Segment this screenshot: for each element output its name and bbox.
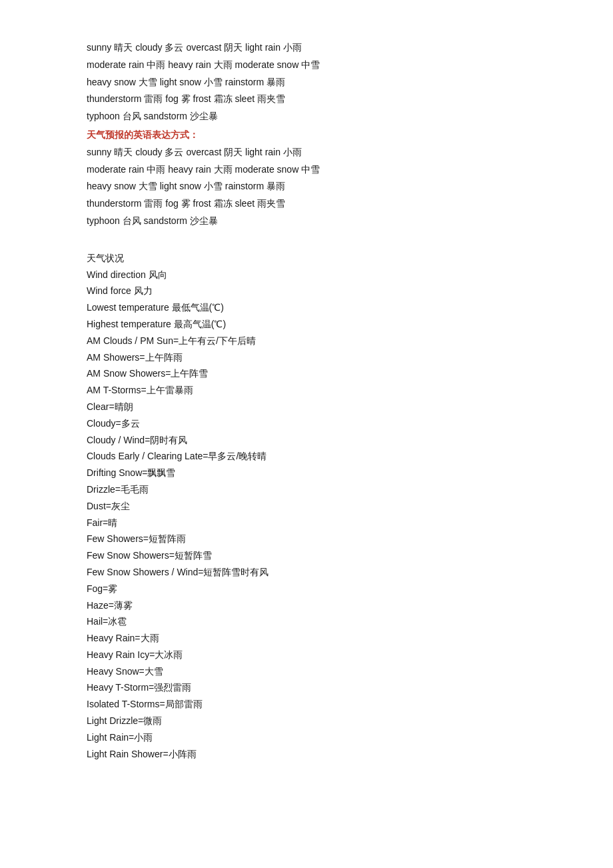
condition-item-2: Lowest temperature 最低气温(℃): [87, 300, 526, 316]
weather-conditions-block: 天气状况 Wind direction 风向 Wind force 风力 Low…: [87, 251, 526, 763]
condition-item-22: Heavy Rain=大雨: [87, 631, 526, 647]
condition-item-29: Light Rain Shower=小阵雨: [87, 747, 526, 763]
weather-row-1-1: sunny 晴天 cloudy 多云 overcast 阴天 light rai…: [87, 40, 526, 56]
condition-item-27: Light Drizzle=微雨: [87, 713, 526, 729]
weather-row-2-4: thunderstorm 雷雨 fog 雾 frost 霜冻 sleet 雨夹雪: [87, 196, 526, 212]
condition-item-25: Heavy T-Storm=强烈雷雨: [87, 680, 526, 696]
condition-item-19: Fog=雾: [87, 581, 526, 597]
condition-item-1: Wind force 风力: [87, 283, 526, 299]
weather-row-2-5: typhoon 台风 sandstorm 沙尘暴: [87, 213, 526, 229]
condition-item-11: Clouds Early / Clearing Late=早多云/晚转晴: [87, 449, 526, 465]
condition-item-24: Heavy Snow=大雪: [87, 664, 526, 680]
condition-item-8: Clear=晴朗: [87, 399, 526, 415]
condition-item-14: Dust=灰尘: [87, 499, 526, 515]
condition-item-6: AM Snow Showers=上午阵雪: [87, 366, 526, 382]
weather-row-1-4: thunderstorm 雷雨 fog 雾 frost 霜冻 sleet 雨夹雪: [87, 91, 526, 107]
condition-item-5: AM Showers=上午阵雨: [87, 350, 526, 366]
condition-item-3: Highest temperature 最高气温(℃): [87, 317, 526, 333]
condition-item-10: Cloudy / Wind=阴时有风: [87, 433, 526, 449]
condition-item-7: AM T-Storms=上午雷暴雨: [87, 383, 526, 399]
condition-item-12: Drifting Snow=飘飘雪: [87, 465, 526, 481]
condition-item-28: Light Rain=小雨: [87, 730, 526, 746]
condition-item-16: Few Showers=短暂阵雨: [87, 531, 526, 547]
condition-item-17: Few Snow Showers=短暂阵雪: [87, 548, 526, 564]
condition-item-0: Wind direction 风向: [87, 267, 526, 283]
condition-item-23: Heavy Rain Icy=大冰雨: [87, 647, 526, 663]
condition-item-26: Isolated T-Storms=局部雷雨: [87, 697, 526, 713]
weather-row-1-2: moderate rain 中雨 heavy rain 大雨 moderate …: [87, 57, 526, 73]
weather-terms-block1: sunny 晴天 cloudy 多云 overcast 阴天 light rai…: [87, 40, 526, 125]
weather-row-2-1: sunny 晴天 cloudy 多云 overcast 阴天 light rai…: [87, 145, 526, 161]
condition-item-13: Drizzle=毛毛雨: [87, 482, 526, 498]
weather-row-2-3: heavy snow 大雪 light snow 小雪 rainstorm 暴雨: [87, 179, 526, 195]
weather-row-2-2: moderate rain 中雨 heavy rain 大雨 moderate …: [87, 162, 526, 178]
condition-item-4: AM Clouds / PM Sun=上午有云/下午后晴: [87, 333, 526, 349]
condition-item-9: Cloudy=多云: [87, 416, 526, 432]
weather-row-1-5: typhoon 台风 sandstorm 沙尘暴: [87, 109, 526, 125]
condition-item-18: Few Snow Showers / Wind=短暂阵雪时有风: [87, 565, 526, 581]
condition-item-15: Fair=晴: [87, 515, 526, 531]
weather-row-1-3: heavy snow 大雪 light snow 小雪 rainstorm 暴雨: [87, 75, 526, 91]
condition-item-21: Hail=冰雹: [87, 614, 526, 630]
weather-terms-block2: sunny 晴天 cloudy 多云 overcast 阴天 light rai…: [87, 145, 526, 229]
section-header: 天气预报的英语表达方式：: [87, 127, 526, 143]
weather-conditions-title: 天气状况: [87, 251, 526, 267]
page-content: sunny 晴天 cloudy 多云 overcast 阴天 light rai…: [87, 40, 526, 762]
condition-item-20: Haze=薄雾: [87, 598, 526, 614]
